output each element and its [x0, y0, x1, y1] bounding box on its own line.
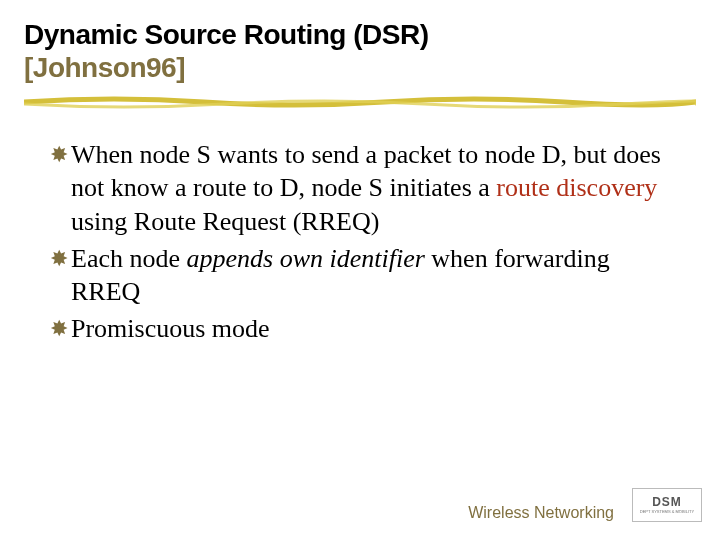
- slide: Dynamic Source Routing (DSR) [Johnson96]…: [0, 0, 720, 540]
- bullet-item: ✸Promiscuous mode: [50, 312, 678, 345]
- bullet-text: When node S wants to send a packet to no…: [71, 138, 678, 238]
- decorative-rule: [24, 94, 696, 110]
- bullet-text: Each node appends own identifier when fo…: [71, 242, 678, 309]
- title-citation: [Johnson96]: [24, 52, 185, 83]
- logo-abbrev: DSM: [652, 496, 682, 508]
- logo-subtext: DEPT SYSTEMS & MOBILITY: [640, 510, 694, 514]
- title-main: Dynamic Source Routing (DSR): [24, 19, 428, 50]
- bullet-list: ✸When node S wants to send a packet to n…: [24, 138, 696, 346]
- logo: DSM DEPT SYSTEMS & MOBILITY: [632, 488, 702, 522]
- bullet-item: ✸When node S wants to send a packet to n…: [50, 138, 678, 238]
- bullet-text: Promiscuous mode: [71, 312, 678, 345]
- bullet-item: ✸Each node appends own identifier when f…: [50, 242, 678, 309]
- slide-footer: Wireless Networking DSM DEPT SYSTEMS & M…: [0, 488, 720, 522]
- slide-title: Dynamic Source Routing (DSR) [Johnson96]: [24, 18, 696, 84]
- bullet-glyph-icon: ✸: [50, 141, 68, 169]
- bullet-glyph-icon: ✸: [50, 245, 68, 273]
- bullet-glyph-icon: ✸: [50, 315, 68, 343]
- footer-label: Wireless Networking: [468, 504, 614, 522]
